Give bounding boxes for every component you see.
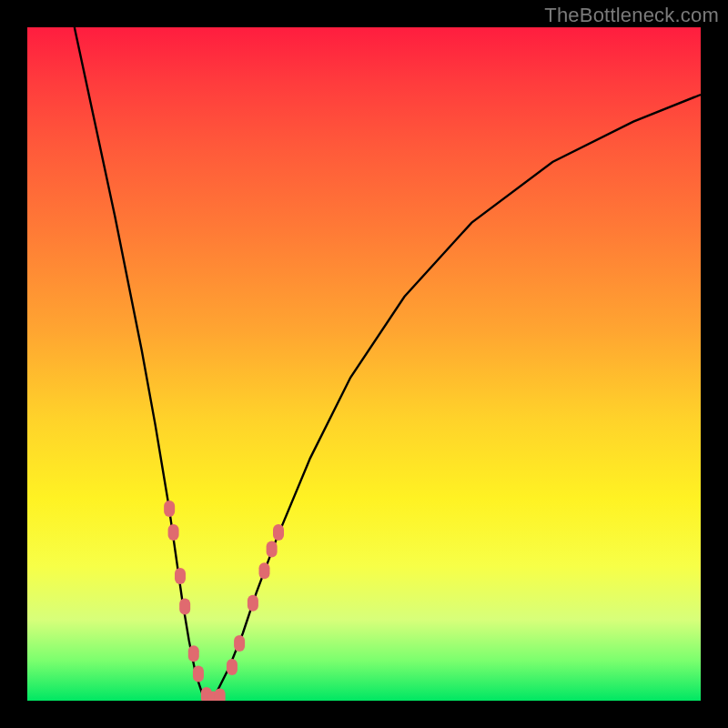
- marker-dot: [175, 568, 186, 584]
- right-branch-path: [209, 95, 701, 701]
- chart-frame: TheBottleneck.com: [0, 0, 728, 728]
- left-branch-path: [75, 27, 209, 701]
- marker-dot: [215, 689, 226, 701]
- marker-dot: [234, 635, 245, 652]
- curve-right: [209, 95, 701, 701]
- watermark-text: TheBottleneck.com: [544, 4, 719, 27]
- marker-dot: [258, 562, 269, 579]
- curve-left: [75, 27, 209, 701]
- marker-dot: [179, 598, 190, 614]
- plot-area: [27, 27, 701, 701]
- marker-dot: [164, 500, 175, 517]
- marker-dot: [188, 645, 199, 662]
- markers-group: [164, 500, 284, 701]
- marker-dot: [227, 659, 238, 675]
- marker-dot: [168, 524, 179, 541]
- chart-svg: [27, 27, 701, 701]
- marker-dot: [267, 541, 278, 558]
- marker-dot: [273, 524, 284, 541]
- marker-dot: [193, 665, 204, 682]
- marker-dot: [248, 595, 258, 612]
